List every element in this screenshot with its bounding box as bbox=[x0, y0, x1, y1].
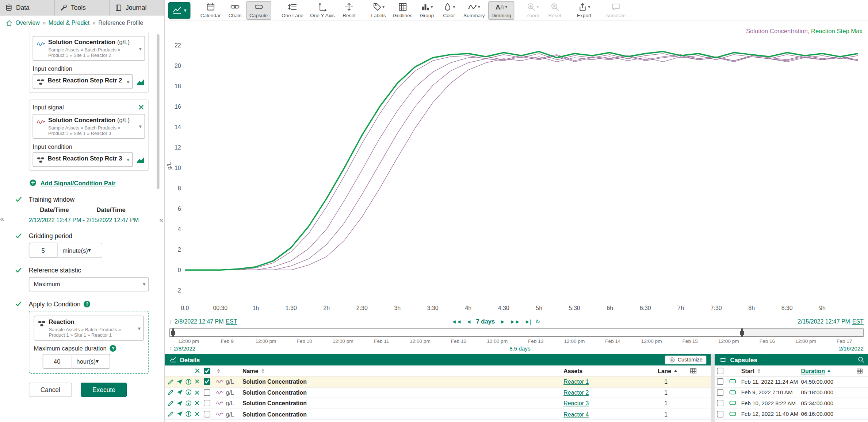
navigate-item-icon[interactable] bbox=[176, 400, 185, 407]
range-start-icon[interactable]: ↓ bbox=[169, 318, 172, 325]
toolbar-summary-button[interactable]: ▾Summary bbox=[460, 1, 488, 20]
item-info-icon[interactable] bbox=[185, 378, 194, 386]
lane-column-header[interactable]: Lane bbox=[658, 367, 671, 374]
cancel-button[interactable]: Cancel bbox=[29, 383, 72, 397]
row-select-checkbox[interactable] bbox=[204, 400, 210, 406]
toolbar-color-button[interactable]: ▾Color bbox=[438, 1, 460, 20]
gridding-unit-select[interactable]: minute(s) ▾ bbox=[58, 243, 103, 258]
range-end-link[interactable]: 2/15/2022 12:47 PM bbox=[798, 318, 850, 325]
legend-series-1[interactable]: Solution Concentration, bbox=[746, 28, 809, 34]
remove-item-icon[interactable] bbox=[194, 411, 204, 417]
remove-item-icon[interactable] bbox=[194, 378, 204, 385]
series-line[interactable] bbox=[185, 51, 858, 270]
trend-chart-area[interactable]: Solution Concentration, Reaction Step Ma… bbox=[165, 21, 868, 315]
range-duration[interactable]: 7 days bbox=[476, 318, 495, 325]
capsule-select-checkbox[interactable] bbox=[717, 389, 723, 396]
tab-journal[interactable]: Journal bbox=[110, 0, 164, 15]
row-select-checkbox[interactable] bbox=[204, 411, 210, 417]
training-end-link[interactable]: 2/15/2022 12:47 PM bbox=[87, 217, 139, 224]
edit-item-icon[interactable] bbox=[167, 410, 176, 418]
series-line[interactable] bbox=[185, 54, 858, 270]
timeline-end-date[interactable]: 2/16/2022 bbox=[839, 345, 863, 352]
navigate-item-icon[interactable] bbox=[176, 378, 185, 386]
step-forward-fast-icon[interactable]: ►► bbox=[510, 318, 520, 324]
timeline-start-date[interactable]: 2/8/2022 bbox=[174, 345, 195, 352]
gridding-period-input[interactable] bbox=[29, 243, 58, 258]
toolbar-chain-button[interactable]: Chain bbox=[224, 1, 246, 20]
select-all-checkbox[interactable] bbox=[204, 367, 210, 374]
table-columns-icon[interactable] bbox=[856, 367, 868, 374]
help-icon[interactable]: ? bbox=[110, 345, 116, 352]
search-icon[interactable] bbox=[857, 356, 865, 363]
capsule-row[interactable]: Feb 11, 2022 11:24 AM04:50:00.000 bbox=[715, 376, 868, 387]
capsule-row[interactable]: Feb 12, 2022 11:40 AM06:16:00.000 bbox=[715, 409, 868, 420]
remove-item-icon[interactable] bbox=[194, 389, 204, 396]
toolbar-reset-button[interactable]: Reset bbox=[338, 1, 360, 20]
breadcrumb-overview[interactable]: Overview bbox=[15, 19, 39, 26]
step-back-fast-icon[interactable]: ◄◄ bbox=[451, 318, 461, 324]
capsule-row[interactable]: Feb 9, 2022 7:10 AM05:18:00.000 bbox=[715, 387, 868, 398]
series-line[interactable] bbox=[185, 56, 858, 270]
range-start-link[interactable]: 2/8/2022 12:47 PM bbox=[175, 318, 224, 325]
assets-column-header[interactable]: Assets bbox=[563, 367, 582, 374]
sort-icon[interactable] bbox=[756, 368, 762, 373]
breadcrumb-model-predict[interactable]: Model & Predict bbox=[49, 19, 89, 26]
toolbar-gridlines-button[interactable]: Gridlines bbox=[390, 1, 416, 20]
step-back-icon[interactable]: ◄ bbox=[466, 318, 471, 324]
toolbar-capsule-button[interactable]: Capsule bbox=[246, 1, 271, 20]
name-column-header[interactable]: Name bbox=[242, 367, 258, 374]
trend-plot-svg[interactable]: g/L-202468101214161820220.000:301h1:302h… bbox=[165, 21, 867, 315]
remove-all-icon[interactable] bbox=[194, 367, 204, 375]
series-line[interactable] bbox=[185, 57, 858, 270]
navigate-item-icon[interactable] bbox=[176, 389, 185, 396]
reference-statistic-select[interactable]: Maximum ▾ bbox=[29, 277, 149, 291]
toolbar-dimming-button[interactable]: AA▾Dimming bbox=[488, 1, 515, 20]
asset-link[interactable]: Reactor 3 bbox=[563, 400, 589, 406]
toolbar-one-y-axis-button[interactable]: One Y-Axis bbox=[307, 1, 338, 20]
legend-series-2[interactable]: Reaction Step Max bbox=[811, 28, 863, 34]
start-column-header[interactable]: Start bbox=[741, 367, 754, 374]
collapse-sidebar-icon[interactable]: « bbox=[159, 216, 163, 224]
asset-link[interactable]: Reactor 1 bbox=[563, 378, 589, 385]
skip-to-now-icon[interactable]: ►| bbox=[525, 318, 531, 324]
home-icon[interactable] bbox=[5, 19, 13, 26]
navigate-item-icon[interactable] bbox=[176, 410, 185, 418]
item-info-icon[interactable] bbox=[185, 400, 194, 407]
item-info-icon[interactable] bbox=[185, 410, 194, 418]
view-capsules-icon[interactable] bbox=[136, 155, 145, 164]
edit-item-icon[interactable] bbox=[167, 400, 176, 407]
refresh-icon[interactable]: ↻ bbox=[535, 318, 539, 324]
toolbar-one-lane-button[interactable]: One Lane bbox=[278, 1, 307, 20]
item-info-icon[interactable] bbox=[185, 389, 194, 396]
training-start-link[interactable]: 2/12/2022 12:47 PM bbox=[29, 217, 81, 224]
input-signal-select-1[interactable]: Solution Concentration (g/L) Sample Asse… bbox=[32, 36, 145, 61]
capsule-select-checkbox[interactable] bbox=[717, 411, 723, 417]
asset-link[interactable]: Reactor 2 bbox=[563, 389, 589, 396]
capsule-row[interactable]: Feb 10, 2022 8:22 AM05:34:00.000 bbox=[715, 398, 868, 409]
view-capsules-icon[interactable] bbox=[136, 77, 145, 86]
max-capsule-duration-unit-select[interactable]: hour(s) ▾ bbox=[72, 354, 111, 369]
range-start-timezone[interactable]: EST bbox=[226, 318, 237, 325]
toolbar-labels-button[interactable]: ▾Labels bbox=[367, 1, 390, 20]
edit-item-icon[interactable] bbox=[167, 378, 176, 386]
timeline-bar[interactable] bbox=[169, 328, 864, 337]
execute-button[interactable]: Execute bbox=[81, 383, 127, 397]
select-all-capsules-checkbox[interactable] bbox=[717, 367, 723, 374]
sidebar-scrollbar[interactable] bbox=[157, 34, 160, 189]
apply-condition-select[interactable]: Reaction Sample Assets » Batch Products … bbox=[34, 316, 144, 341]
row-select-checkbox[interactable] bbox=[204, 378, 210, 385]
tab-data[interactable]: Data bbox=[0, 0, 55, 15]
sort-icon[interactable] bbox=[260, 368, 265, 373]
edit-item-icon[interactable] bbox=[167, 389, 176, 396]
capsule-select-checkbox[interactable] bbox=[717, 400, 723, 406]
timeline-right-handle[interactable] bbox=[741, 328, 743, 337]
series-line[interactable] bbox=[185, 55, 858, 270]
input-signal-select-2[interactable]: Solution Concentration (g/L) Sample Asse… bbox=[32, 114, 145, 139]
tab-tools[interactable]: Tools bbox=[55, 0, 110, 15]
timeline-selection-duration[interactable]: 8.5 days bbox=[509, 345, 530, 352]
toolbar-export-button[interactable]: ▾Export bbox=[573, 1, 595, 20]
timeline-start-icon[interactable]: ↑ bbox=[169, 345, 172, 352]
details-row[interactable]: g/LSolution ConcentrationReactor 31 bbox=[165, 398, 711, 409]
asset-link[interactable]: Reactor 4 bbox=[563, 411, 589, 417]
add-pair-link[interactable]: Add Signal/Condition Pair bbox=[29, 179, 149, 187]
